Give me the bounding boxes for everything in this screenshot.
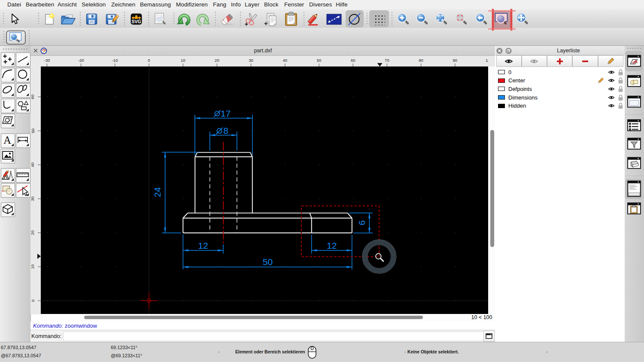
svg-text:10: 10 <box>30 265 35 269</box>
svg-text:A: A <box>3 134 11 146</box>
svg-text:90: 90 <box>453 58 458 63</box>
svg-text:SVG: SVG <box>131 19 141 24</box>
svg-text:60: 60 <box>30 95 35 100</box>
svg-text:50: 50 <box>317 58 322 63</box>
svg-text:0: 0 <box>30 299 35 302</box>
svg-text:-30: -30 <box>44 58 50 63</box>
svg-text:6: 6 <box>357 220 367 226</box>
svg-text:12: 12 <box>327 241 337 250</box>
svg-text:0: 0 <box>148 58 150 63</box>
svg-text:30: 30 <box>30 196 35 201</box>
svg-text:8: 8 <box>223 126 228 136</box>
svg-text:12: 12 <box>198 241 208 250</box>
svg-text:50: 50 <box>263 257 273 267</box>
svg-text:17: 17 <box>221 109 231 118</box>
svg-text:50: 50 <box>30 129 35 133</box>
svg-text:60: 60 <box>351 58 355 63</box>
svg-text:30: 30 <box>249 58 253 63</box>
svg-text:100: 100 <box>486 58 488 63</box>
svg-text:70: 70 <box>385 58 389 63</box>
svg-text:10: 10 <box>181 58 185 63</box>
svg-text:-20: -20 <box>78 58 84 63</box>
svg-text:40: 40 <box>283 58 288 63</box>
svg-text:-10: -10 <box>112 58 118 63</box>
svg-text:24: 24 <box>152 187 162 197</box>
svg-text:80: 80 <box>419 58 423 63</box>
svg-text:20: 20 <box>30 230 35 235</box>
svg-text:20: 20 <box>215 58 219 63</box>
svg-text:40: 40 <box>30 163 35 167</box>
